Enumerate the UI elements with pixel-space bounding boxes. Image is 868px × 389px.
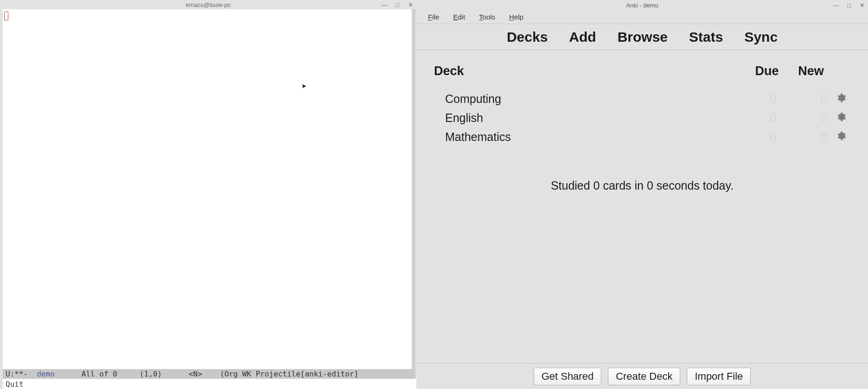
minimize-button[interactable]: — [833, 2, 839, 8]
get-shared-button[interactable]: Get Shared [534, 368, 602, 385]
deck-due: 0 [744, 92, 790, 106]
mouse-pointer-icon: ➤ [301, 83, 306, 89]
emacs-modeline[interactable]: U:**- demo All of 0 (1,0) <N> (Org WK Pr… [3, 369, 415, 379]
emacs-window-controls: — □ ✕ [381, 0, 414, 9]
menu-edit[interactable]: Edit [446, 11, 472, 23]
menu-tools[interactable]: Tools [472, 11, 502, 23]
gear-icon [836, 93, 846, 103]
gear-icon [836, 112, 846, 122]
maximize-button[interactable]: □ [846, 2, 852, 8]
anki-footer: Get Shared Create Deck Import File [416, 363, 868, 389]
emacs-minibuffer[interactable]: Quit [3, 379, 416, 389]
modeline-buffer-name: demo [37, 370, 55, 378]
deck-new: 0 [790, 92, 832, 106]
deck-settings[interactable] [832, 92, 850, 106]
anki-toolbar: Decks Add Browse Stats Sync [416, 24, 868, 50]
import-file-button[interactable]: Import File [687, 368, 751, 385]
menu-help[interactable]: Help [502, 11, 530, 23]
emacs-title: emacs@louie-pc [185, 1, 230, 8]
anki-window-controls: — □ ✕ [833, 0, 865, 10]
modeline-line-col: (1,0) [140, 370, 162, 378]
anki-title: Anki - demo [626, 2, 658, 9]
deck-new: 0 [790, 130, 832, 144]
close-button[interactable]: ✕ [859, 2, 865, 8]
anki-window: Anki - demo — □ ✕ File Edit Tools Help D… [416, 0, 868, 389]
modeline-mode-indicator: <N> [189, 370, 202, 378]
deck-row: English 0 0 [429, 108, 855, 128]
text-cursor [4, 12, 8, 20]
close-button[interactable]: ✕ [407, 1, 414, 8]
menu-file[interactable]: File [421, 11, 446, 23]
header-due: Due [744, 64, 790, 78]
study-stats: Studied 0 cards in 0 seconds today. [429, 179, 855, 192]
header-new: New [790, 64, 832, 78]
deck-list-header: Deck Due New [429, 64, 855, 89]
modeline-modes: (Org WK Projectile[anki-editor] [220, 370, 358, 378]
maximize-button[interactable]: □ [394, 1, 401, 8]
toolbar-browse[interactable]: Browse [618, 29, 668, 45]
anki-body: Deck Due New Computing 0 0 English 0 0 M… [416, 50, 868, 363]
modeline-prefix: U:**- [6, 370, 37, 378]
deck-name[interactable]: Computing [445, 92, 744, 106]
emacs-titlebar: emacs@louie-pc — □ ✕ [0, 0, 416, 9]
deck-settings[interactable] [832, 111, 850, 125]
emacs-editor-area[interactable]: ➤ [0, 9, 416, 369]
anki-menubar: File Edit Tools Help [416, 10, 868, 24]
modeline-position: All of 0 [82, 370, 117, 378]
deck-row: Computing 0 0 [429, 89, 855, 108]
toolbar-add[interactable]: Add [569, 29, 596, 45]
toolbar-decks[interactable]: Decks [507, 29, 548, 45]
create-deck-button[interactable]: Create Deck [608, 368, 680, 385]
header-deck: Deck [434, 64, 744, 78]
deck-due: 0 [744, 111, 790, 125]
scrollbar[interactable] [412, 9, 415, 369]
anki-titlebar: Anki - demo — □ ✕ [416, 0, 868, 10]
deck-due: 0 [744, 130, 790, 144]
minibuffer-text: Quit [6, 380, 24, 389]
deck-row: Mathematics 0 0 [429, 128, 855, 147]
deck-name[interactable]: English [445, 111, 744, 125]
deck-new: 0 [790, 111, 832, 125]
minimize-button[interactable]: — [381, 1, 388, 8]
deck-name[interactable]: Mathematics [445, 130, 744, 144]
emacs-window: emacs@louie-pc — □ ✕ ➤ U:**- demo All of… [0, 0, 416, 389]
toolbar-sync[interactable]: Sync [744, 29, 778, 45]
gear-icon [836, 131, 846, 141]
toolbar-stats[interactable]: Stats [689, 29, 723, 45]
deck-settings[interactable] [832, 130, 850, 144]
